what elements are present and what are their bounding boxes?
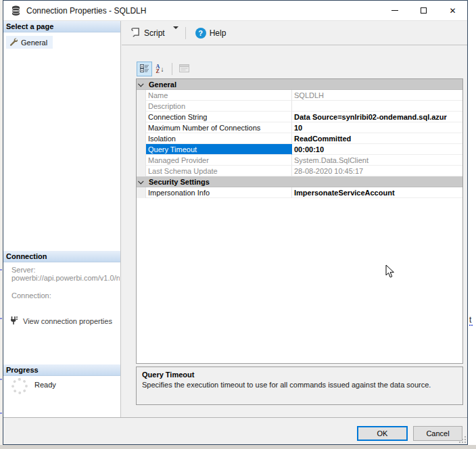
view-connection-properties-link[interactable]: View connection properties bbox=[10, 316, 112, 327]
help-label: Help bbox=[210, 28, 227, 38]
property-value[interactable]: Data Source=synlribi02-ondemand.sql.azur bbox=[292, 112, 462, 122]
background-bottom-strip bbox=[0, 445, 476, 449]
property-label: Managed Provider bbox=[146, 155, 292, 166]
chevron-down-icon bbox=[173, 26, 178, 37]
property-label: Name bbox=[146, 90, 292, 101]
property-label: Isolation bbox=[146, 133, 292, 144]
property-description-panel: Query Timeout Specifies the execution ti… bbox=[136, 367, 463, 405]
button-bar: OK Cancel bbox=[3, 417, 467, 444]
row-gutter bbox=[137, 187, 146, 198]
close-icon: ✕ bbox=[449, 6, 456, 16]
alphabetical-button[interactable]: AZ ↓ bbox=[152, 62, 168, 76]
categorized-button[interactable] bbox=[137, 62, 152, 76]
property-pages-icon bbox=[179, 64, 189, 74]
row-gutter bbox=[137, 155, 146, 166]
row-gutter bbox=[137, 101, 146, 112]
resize-grip[interactable] bbox=[459, 436, 466, 443]
minimize-button[interactable] bbox=[380, 1, 409, 20]
connection-properties-icon bbox=[10, 316, 18, 327]
cancel-button[interactable]: Cancel bbox=[413, 426, 462, 441]
category-label: General bbox=[146, 80, 176, 89]
property-row[interactable]: Connection String Data Source=synlribi02… bbox=[137, 112, 462, 122]
script-dropdown[interactable] bbox=[172, 29, 178, 37]
property-row[interactable]: Description bbox=[137, 101, 462, 112]
property-value[interactable]: ReadCommitted bbox=[292, 133, 462, 144]
sort-arrow-icon: ↓ bbox=[160, 66, 164, 73]
title-bar[interactable]: Connection Properties - SQLDLH ✕ bbox=[3, 1, 467, 21]
property-value[interactable] bbox=[292, 101, 462, 112]
progress-status: Ready bbox=[34, 381, 56, 389]
row-gutter bbox=[137, 90, 146, 101]
background-mark bbox=[0, 318, 2, 319]
description-title: Query Timeout bbox=[142, 371, 457, 379]
row-gutter bbox=[137, 144, 146, 155]
property-grid: General Name SQLDLH Description Connecti… bbox=[136, 78, 463, 364]
property-row[interactable]: Impersonation Info ImpersonateServiceAcc… bbox=[137, 187, 462, 198]
property-label: Connection String bbox=[146, 112, 292, 122]
command-toolbar: Script ? Help bbox=[122, 21, 467, 45]
sidebar-item-label: General bbox=[21, 39, 47, 47]
property-value[interactable]: 00:00:10 bbox=[292, 144, 462, 155]
script-button[interactable]: Script bbox=[128, 25, 168, 41]
description-text: Specifies the execution timeout to use f… bbox=[142, 381, 457, 389]
help-button[interactable]: ? Help bbox=[193, 26, 229, 41]
property-label: Description bbox=[146, 101, 292, 112]
database-icon bbox=[10, 5, 21, 16]
property-value[interactable]: ImpersonateServiceAccount bbox=[292, 187, 462, 198]
property-value[interactable]: 10 bbox=[292, 122, 462, 133]
connection-label: Connection: bbox=[11, 291, 51, 300]
chevron-down-icon[interactable] bbox=[137, 180, 146, 184]
background-mark bbox=[0, 269, 2, 270]
property-row-selected[interactable]: Query Timeout 00:00:10 bbox=[137, 144, 462, 155]
connection-header: Connection bbox=[3, 251, 120, 262]
close-button[interactable]: ✕ bbox=[438, 1, 467, 20]
category-row[interactable]: Security Settings bbox=[137, 176, 462, 187]
property-row[interactable]: Name SQLDLH bbox=[137, 90, 462, 101]
sidebar: Select a page General Connection Server:… bbox=[3, 21, 121, 417]
spinner-icon bbox=[11, 378, 28, 394]
row-gutter bbox=[137, 166, 146, 176]
toolbar-separator bbox=[185, 27, 186, 39]
property-value[interactable]: SQLDLH bbox=[292, 90, 462, 101]
background-mark bbox=[0, 412, 2, 414]
ok-button[interactable]: OK bbox=[357, 426, 408, 441]
property-label: Query Timeout bbox=[146, 144, 292, 155]
property-row[interactable]: Last Schema Update 28-08-2020 10:45:17 bbox=[137, 166, 462, 176]
category-label: Security Settings bbox=[146, 178, 210, 186]
script-icon bbox=[130, 27, 141, 39]
property-pages-button bbox=[176, 62, 192, 76]
property-grid-toolbar: AZ ↓ bbox=[137, 61, 192, 77]
row-gutter bbox=[137, 122, 146, 133]
content-pane: Script ? Help bbox=[122, 21, 467, 417]
window-title: Connection Properties - SQLDLH bbox=[26, 6, 146, 16]
help-icon: ? bbox=[195, 28, 206, 39]
property-value[interactable]: System.Data.SqlClient bbox=[292, 155, 462, 166]
wrench-icon bbox=[9, 37, 18, 47]
script-label: Script bbox=[144, 28, 165, 38]
sidebar-item-general[interactable]: General bbox=[6, 36, 53, 49]
background-text: t bbox=[469, 315, 471, 326]
property-label: Impersonation Info bbox=[146, 187, 292, 198]
chevron-down-icon[interactable] bbox=[137, 82, 146, 87]
server-value: powerbi://api.powerbi.com/v1.0/n bbox=[11, 274, 120, 282]
property-label: Maximum Number of Connections bbox=[146, 122, 292, 133]
property-row[interactable]: Isolation ReadCommitted bbox=[137, 133, 462, 144]
property-label: Last Schema Update bbox=[146, 166, 292, 176]
progress-status-row: Ready bbox=[11, 378, 56, 394]
minimize-icon bbox=[391, 10, 398, 11]
toolbar-separator bbox=[172, 63, 172, 75]
maximize-icon bbox=[421, 7, 427, 14]
progress-header: Progress bbox=[3, 364, 120, 376]
maximize-button[interactable] bbox=[409, 1, 438, 20]
property-row[interactable]: Managed Provider System.Data.SqlClient bbox=[137, 155, 462, 166]
sort-az-icon: AZ bbox=[156, 64, 160, 74]
background-right-strip: t bbox=[468, 0, 476, 449]
select-a-page-header: Select a page bbox=[3, 21, 120, 32]
property-value[interactable]: 28-08-2020 10:45:17 bbox=[292, 166, 462, 176]
row-gutter bbox=[137, 133, 146, 144]
connection-properties-dialog: Connection Properties - SQLDLH ✕ Select … bbox=[3, 0, 468, 445]
background-mark bbox=[0, 379, 2, 380]
property-row[interactable]: Maximum Number of Connections 10 bbox=[137, 122, 462, 133]
category-row[interactable]: General bbox=[137, 79, 462, 90]
row-gutter bbox=[137, 112, 146, 122]
